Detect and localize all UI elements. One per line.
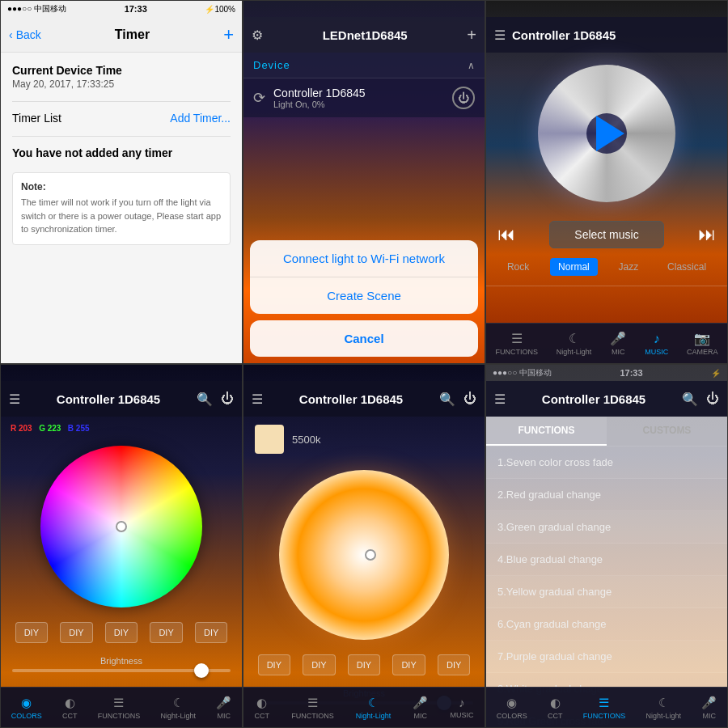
cct-icon-6: ◐ <box>550 696 561 710</box>
tab-music-label: MUSIC <box>645 348 668 356</box>
diy-btn-5-1[interactable]: DIY <box>258 654 290 675</box>
bottom-tabs-4: ◉ COLORS ◐ CCT ☰ FUNCTIONS ☾ Night-Light… <box>1 687 242 727</box>
genre-tab-normal[interactable]: Normal <box>550 258 598 276</box>
tab-customs[interactable]: CUSTOMS <box>607 417 727 446</box>
tab-colors-4[interactable]: ◉ COLORS <box>11 696 42 720</box>
nav-bar-music: ☰ Controller 1D6845 <box>486 17 727 53</box>
tab-functions-music[interactable]: ☰ FUNCTIONS <box>495 331 538 356</box>
tab-music-5[interactable]: ♪ MUSIC <box>450 696 473 719</box>
cct-center-dot <box>365 549 376 561</box>
func-item-3[interactable]: 3.Green gradual change <box>486 511 727 544</box>
bottom-tabs-music: ☰ FUNCTIONS ☾ Night-Light 🎤 MIC ♪ MUSIC … <box>486 323 727 363</box>
tab-cct-4[interactable]: ◐ CCT <box>62 696 78 720</box>
add-icon[interactable]: + <box>467 26 476 44</box>
tab-mic-5[interactable]: 🎤 MIC <box>413 696 428 720</box>
forward-button[interactable]: ⏭ <box>698 224 716 245</box>
cct-wheel[interactable] <box>279 470 449 640</box>
diy-btn-1[interactable]: DIY <box>15 622 48 643</box>
tab-nightlight-4[interactable]: ☾ Night-Light <box>161 696 197 720</box>
no-timer-message: You have not added any timer <box>12 146 231 159</box>
tab-mic-music[interactable]: 🎤 MIC <box>610 331 626 356</box>
rewind-button[interactable]: ⏮ <box>497 224 515 245</box>
tab-functions-main[interactable]: FUNCTIONS <box>486 417 607 446</box>
back-label: Back <box>16 28 41 41</box>
cd-disc <box>538 65 675 202</box>
nightlight-icon-4: ☾ <box>173 696 184 710</box>
tab-functions-4[interactable]: ☰ FUNCTIONS <box>98 696 141 720</box>
tab-functions-6[interactable]: ☰ FUNCTIONS <box>583 696 626 720</box>
tab-nightlight-6[interactable]: ☾ Night-Light <box>646 696 682 720</box>
search-icon-6[interactable]: 🔍 <box>682 392 698 407</box>
status-bar-1: ●●●○○ 中国移动 17:33 ⚡100% <box>1 1 242 17</box>
tab-cct-5-cct[interactable]: ◐ CCT <box>255 696 270 720</box>
menu-icon-6[interactable]: ☰ <box>494 392 506 407</box>
tab-nightlight-5[interactable]: ☾ Night-Light <box>356 696 392 720</box>
diy-btn-2[interactable]: DIY <box>60 622 92 643</box>
brightness-thumb-4[interactable] <box>194 663 209 678</box>
diy-btn-5-5[interactable]: DIY <box>438 654 470 675</box>
add-timer-button[interactable]: Add Timer... <box>170 112 231 125</box>
diy-buttons-row: DIY DIY DIY DIY DIY <box>1 616 242 650</box>
brightness-slider-4[interactable] <box>12 669 231 672</box>
power-icon-6[interactable]: ⏻ <box>706 392 719 407</box>
search-icon-4[interactable]: 🔍 <box>197 392 213 407</box>
genre-tabs: Rock Normal Jazz Classical <box>486 255 727 279</box>
genre-tab-jazz[interactable]: Jazz <box>611 258 647 276</box>
colors-icon-6: ◉ <box>506 696 517 710</box>
diy-btn-5-2[interactable]: DIY <box>303 654 335 675</box>
nav-bar-timer: ‹ Back Timer + <box>1 17 242 53</box>
tab-mic-6[interactable]: 🎤 MIC <box>701 696 717 720</box>
select-music-button[interactable]: Select music <box>549 221 663 248</box>
connect-wifi-action[interactable]: Connect light to Wi-Fi network <box>250 240 478 277</box>
tab-music[interactable]: ♪ MUSIC <box>645 332 668 356</box>
nightlight-icon-5: ☾ <box>368 696 379 710</box>
diy-btn-4[interactable]: DIY <box>150 622 182 643</box>
tab-cct-6[interactable]: ◐ CCT <box>548 696 563 720</box>
diy-btn-5[interactable]: DIY <box>195 622 227 643</box>
func-item-7[interactable]: 7.Purple gradual change <box>486 641 727 673</box>
power-icon-4[interactable]: ⏻ <box>221 392 234 407</box>
colors-icon-4: ◉ <box>21 696 32 710</box>
tab-functions-label-5: FUNCTIONS <box>291 712 334 720</box>
create-scene-action[interactable]: Create Scene <box>250 277 478 314</box>
status-left-1: ●●●○○ 中国移动 <box>7 3 66 15</box>
func-item-4[interactable]: 4.Blue gradual change <box>486 544 727 576</box>
func-item-1[interactable]: 1.Seven color cross fade <box>486 447 727 479</box>
back-button[interactable]: ‹ Back <box>9 28 41 41</box>
nav-title-lednet: LEDnet1D6845 <box>323 28 408 42</box>
gear-icon[interactable]: ⚙ <box>252 28 263 43</box>
tab-camera[interactable]: 📷 CAMERA <box>687 331 718 356</box>
genre-tab-rock[interactable]: Rock <box>499 258 537 276</box>
menu-icon-4[interactable]: ☰ <box>9 392 20 407</box>
search-icon-5[interactable]: 🔍 <box>439 392 455 407</box>
phone-lednet: ●●●○○ 中国移动 17:33 ⚡ ⚙ LEDnet1D6845 + Devi… <box>243 0 485 364</box>
menu-icon[interactable]: ☰ <box>494 28 506 43</box>
device-time-value: May 20, 2017, 17:33:25 <box>12 78 231 90</box>
play-button[interactable] <box>596 116 624 151</box>
diy-btn-5-4[interactable]: DIY <box>392 654 425 675</box>
add-timer-nav-button[interactable]: + <box>223 24 234 45</box>
func-item-6[interactable]: 6.Cyan gradual change <box>486 608 727 641</box>
tab-colors-6[interactable]: ◉ COLORS <box>497 696 527 720</box>
func-item-5[interactable]: 5.Yellow gradual change <box>486 576 727 608</box>
genre-tab-classical[interactable]: Classical <box>659 258 714 276</box>
power-icon-5[interactable]: ⏻ <box>463 392 476 407</box>
func-item-2[interactable]: 2.Red gradual change <box>486 479 727 511</box>
color-wheel[interactable] <box>40 446 202 607</box>
tab-functions-label-4: FUNCTIONS <box>98 712 141 720</box>
controller-row[interactable]: ⟳ Controller 1D6845 Light On, 0% ⏻ <box>243 78 485 117</box>
mic-icon-4: 🎤 <box>216 696 231 710</box>
tab-mic-4[interactable]: 🎤 MIC <box>216 696 231 720</box>
timer-list-row: Timer List Add Timer... <box>12 112 231 125</box>
chevron-up-icon[interactable]: ∧ <box>468 60 475 71</box>
tab-functions-5[interactable]: ☰ FUNCTIONS <box>291 696 334 720</box>
power-button[interactable]: ⏻ <box>452 87 475 109</box>
tab-nightlight-label-5: Night-Light <box>356 712 392 720</box>
diy-btn-3[interactable]: DIY <box>105 622 138 643</box>
diy-btn-5-3[interactable]: DIY <box>348 654 380 675</box>
tab-nightlight-music[interactable]: ☾ Night-Light <box>557 331 592 356</box>
music-controls: ⏮ Select music ⏭ <box>486 214 727 255</box>
menu-icon-5[interactable]: ☰ <box>252 392 263 407</box>
tab-nightlight-label: Night-Light <box>557 348 592 356</box>
cancel-action[interactable]: Cancel <box>250 320 478 357</box>
